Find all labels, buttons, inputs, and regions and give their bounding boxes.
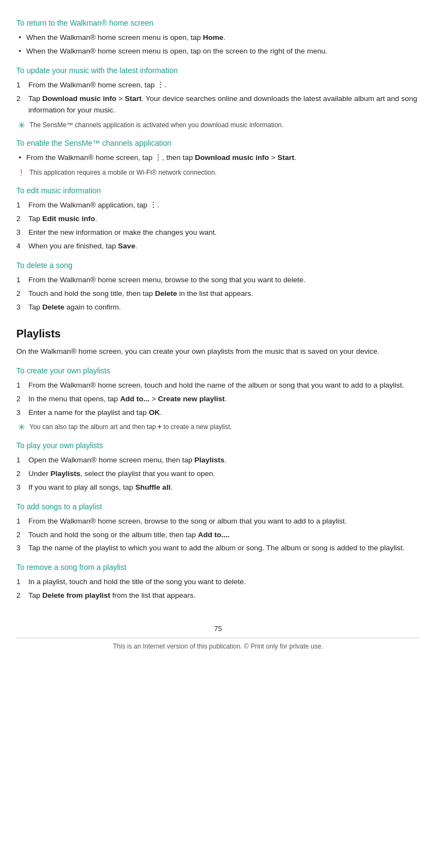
section-heading-remove-song: To remove a song from a playlist (16, 562, 420, 573)
tip-note-create-playlist: ✳ You can also tap the album art and the… (16, 423, 420, 432)
numbered-list-create-playlists: 1From the Walkman® home screen, touch an… (16, 380, 420, 419)
list-item: 3Enter the new information or make the c… (16, 227, 420, 239)
step-number: 3 (16, 543, 24, 554)
section-heading-add-songs: To add songs to a playlist (16, 501, 420, 513)
step-text: Tap Delete again to confirm. (28, 302, 121, 313)
step-number: 3 (16, 302, 24, 313)
numbered-list-edit-music: 1From the Walkman® application, tap ⋮. 2… (16, 200, 420, 252)
step-text: If you want to play all songs, tap Shuff… (28, 482, 172, 494)
warning-icon: ! (16, 169, 26, 177)
step-text: In a playlist, touch and hold the title … (28, 576, 246, 588)
bullet-item: When the Walkman® home screen menu is op… (16, 32, 420, 44)
list-item: 2Tap Delete from playlist from the list … (16, 590, 420, 602)
list-item: 2Tap Edit music info. (16, 213, 420, 225)
step-number: 3 (16, 407, 24, 419)
step-text: Tap Delete from playlist from the list t… (28, 590, 195, 602)
bullet-list-return-home: When the Walkman® home screen menu is op… (16, 32, 420, 57)
step-text: Enter the new information or make the ch… (28, 227, 217, 239)
list-item: 1In a playlist, touch and hold the title… (16, 576, 420, 588)
section-update-music: To update your music with the latest inf… (16, 65, 420, 130)
footer: 75 This is an Internet version of this p… (16, 623, 420, 652)
tip-note-update: ✳ The SensMe™ channels application is ac… (16, 121, 420, 130)
numbered-list-update-music: 1From the Walkman® home screen, tap ⋮. 2… (16, 80, 420, 116)
step-number: 1 (16, 380, 24, 391)
section-heading-create-playlists: To create your own playlists (16, 365, 420, 377)
section-heading-delete-song: To delete a song (16, 260, 420, 271)
section-return-home: To return to the Walkman® home screen Wh… (16, 17, 420, 57)
bullet-list-sensme: From the Walkman® home screen, tap ⋮, th… (16, 152, 420, 164)
numbered-list-remove-song: 1In a playlist, touch and hold the title… (16, 576, 420, 602)
section-edit-music: To edit music information 1From the Walk… (16, 185, 420, 252)
step-text: Tap Edit music info. (28, 213, 97, 225)
list-item: 1From the Walkman® application, tap ⋮. (16, 200, 420, 211)
step-text: From the Walkman® home screen menu, brow… (28, 275, 306, 286)
step-text: When you are finished, tap Save. (28, 241, 138, 252)
list-item: 2In the menu that opens, tap Add to... >… (16, 394, 420, 405)
step-number: 2 (16, 590, 24, 602)
list-item: 2Touch and hold the song or the album ti… (16, 530, 420, 541)
step-number: 4 (16, 241, 24, 252)
section-heading-update-music: To update your music with the latest inf… (16, 65, 420, 76)
bullet-item: When the Walkman® home screen menu is op… (16, 46, 420, 57)
step-number: 2 (16, 288, 24, 300)
step-number: 1 (16, 455, 24, 466)
list-item: 1From the Walkman® home screen, touch an… (16, 380, 420, 391)
section-heading-sensme: To enable the SensMe™ channels applicati… (16, 138, 420, 149)
list-item: 3Tap the name of the playlist to which y… (16, 543, 420, 554)
step-text: Open the Walkman® home screen menu, then… (28, 455, 226, 466)
playlists-section: Playlists On the Walkman® home screen, y… (16, 325, 420, 602)
playlists-main-heading: Playlists (16, 325, 420, 342)
step-text: From the Walkman® home screen, browse to… (28, 516, 347, 527)
section-delete-song: To delete a song 1From the Walkman® home… (16, 260, 420, 313)
playlists-intro: On the Walkman® home screen, you can cre… (16, 346, 420, 358)
list-item: 1Open the Walkman® home screen menu, the… (16, 455, 420, 466)
step-number: 1 (16, 516, 24, 527)
list-item: 2Tap Download music info > Start. Your d… (16, 93, 420, 116)
warning-text: This application requires a mobile or Wi… (29, 168, 217, 177)
step-text: In the menu that opens, tap Add to... > … (28, 394, 227, 405)
step-text: Touch and hold the song or the album tit… (28, 530, 229, 541)
list-item: 1From the Walkman® home screen, browse t… (16, 516, 420, 527)
step-number: 1 (16, 80, 24, 91)
copyright-text: This is an Internet version of this publ… (16, 641, 420, 652)
step-number: 3 (16, 227, 24, 239)
step-text: From the Walkman® home screen, touch and… (28, 380, 404, 391)
step-number: 2 (16, 394, 24, 405)
section-heading-edit-music: To edit music information (16, 185, 420, 197)
numbered-list-play-playlists: 1Open the Walkman® home screen menu, the… (16, 455, 420, 494)
step-number: 2 (16, 530, 24, 541)
list-item: 1From the Walkman® home screen, tap ⋮. (16, 80, 420, 91)
section-enable-sensme: To enable the SensMe™ channels applicati… (16, 138, 420, 177)
note-text: You can also tap the album art and then … (29, 423, 232, 432)
footer-divider (16, 638, 420, 638)
list-item: 4When you are finished, tap Save. (16, 241, 420, 252)
list-item: 1From the Walkman® home screen menu, bro… (16, 275, 420, 286)
section-heading-return-home: To return to the Walkman® home screen (16, 17, 420, 29)
warning-sensme: ! This application requires a mobile or … (16, 168, 420, 177)
tip-icon: ✳ (16, 121, 26, 130)
step-number: 2 (16, 468, 24, 480)
step-text: Touch and hold the song title, then tap … (28, 288, 253, 300)
list-item: 2Touch and hold the song title, then tap… (16, 288, 420, 300)
step-number: 1 (16, 576, 24, 588)
tip-icon: ✳ (16, 423, 26, 432)
step-text: Under Playlists, select the playlist tha… (28, 468, 215, 480)
subsection-play-playlists: To play your own playlists 1Open the Wal… (16, 440, 420, 494)
page-number: 75 (16, 623, 420, 634)
step-text: Tap the name of the playlist to which yo… (28, 543, 404, 554)
step-text: From the Walkman® application, tap ⋮. (28, 200, 159, 211)
step-number: 1 (16, 275, 24, 286)
step-text: From the Walkman® home screen, tap ⋮. (28, 80, 166, 91)
step-number: 2 (16, 213, 24, 225)
numbered-list-delete-song: 1From the Walkman® home screen menu, bro… (16, 275, 420, 313)
note-text: The SensMe™ channels application is acti… (29, 121, 284, 130)
subsection-add-songs: To add songs to a playlist 1From the Wal… (16, 501, 420, 555)
section-heading-play-playlists: To play your own playlists (16, 440, 420, 451)
bullet-item: From the Walkman® home screen, tap ⋮, th… (16, 152, 420, 164)
step-text: Enter a name for the playlist and tap OK… (28, 407, 162, 419)
step-number: 3 (16, 482, 24, 494)
step-number: 2 (16, 93, 24, 116)
numbered-list-add-songs: 1From the Walkman® home screen, browse t… (16, 516, 420, 555)
step-text: Tap Download music info > Start. Your de… (28, 93, 420, 116)
subsection-remove-song: To remove a song from a playlist 1In a p… (16, 562, 420, 602)
